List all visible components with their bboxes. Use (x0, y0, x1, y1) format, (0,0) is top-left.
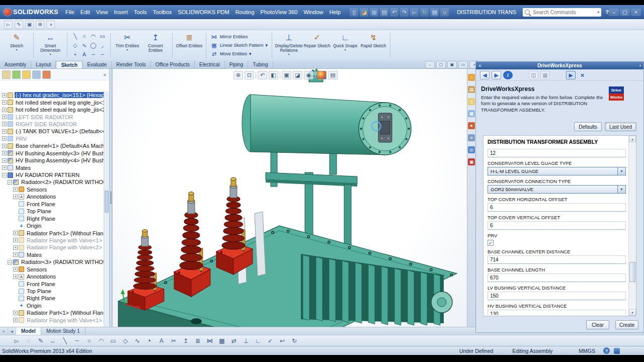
construction-line-icon[interactable]: ┄ (98, 50, 107, 59)
open-icon[interactable]: ◪ (360, 8, 368, 17)
arc-icon[interactable]: ◠ (97, 336, 106, 345)
circle-icon[interactable]: ○ (85, 336, 94, 345)
sketch-icon[interactable]: ✎ (36, 336, 45, 345)
tree-item-radiator-flange-with-valve-1-d[interactable]: +Radiator Flange with Valve<1> (D (1, 317, 104, 324)
display-delete-relations-button[interactable]: ⊥Display/Delete Relations▾ (275, 32, 303, 59)
conservator-tank[interactable] (242, 69, 411, 155)
input-hv-bushing-vertical-distance[interactable]: 130 (488, 310, 626, 315)
smart-dimension-icon[interactable]: ↔ (48, 336, 57, 345)
text-icon[interactable]: A (80, 50, 89, 59)
display-style-icon[interactable]: ◪ (293, 71, 302, 79)
tab-model[interactable]: Model (16, 327, 41, 335)
tree-item-mates[interactable]: +Mates (1, 164, 104, 171)
save-icon[interactable]: ▦ (370, 8, 378, 17)
hide-show-items-icon[interactable]: ◉ (304, 71, 313, 79)
doc-restore-button[interactable]: ▢ (436, 61, 446, 68)
quick-snaps-icon[interactable]: ∟ (254, 336, 263, 345)
quick-snaps-button[interactable]: ∟Quick Snaps▾ (331, 32, 359, 59)
doc-new-window-button[interactable]: ▣ (447, 61, 457, 68)
tab-motion-study-1[interactable]: Motion Study 1 (41, 327, 86, 335)
tab-scroll-left-icon[interactable]: ◂ (8, 327, 16, 335)
polygon-icon[interactable]: ◇ (121, 336, 130, 345)
expand-toggle-icon[interactable]: + (13, 275, 18, 279)
convert-entities-button[interactable]: ↥Convert Entities (141, 32, 170, 59)
graphics-viewport[interactable]: ⊕⊡↶◧▣◪◉▤ (110, 69, 467, 327)
close-button[interactable]: × (631, 9, 641, 16)
pin-icon[interactable]: ▪ (639, 63, 641, 68)
status-units[interactable]: MMGS (579, 348, 595, 354)
tree-item-mates[interactable]: +Mates (1, 251, 104, 258)
doc-minimize-button[interactable]: – (425, 61, 435, 68)
status-help-icon[interactable]: ? (603, 347, 610, 354)
tree-item-origin[interactable]: +Origin (1, 302, 104, 309)
tab-office-products[interactable]: Office Products (151, 61, 195, 68)
collapse-pane-icon[interactable]: « (478, 63, 481, 68)
view-palette-icon[interactable]: ▦ (468, 110, 475, 117)
tree-item-annotations[interactable]: +AAnnotations (1, 273, 104, 280)
view-orientation-icon[interactable]: ▣ (282, 71, 291, 79)
print-icon[interactable]: ▤ (380, 8, 388, 17)
section-view-icon[interactable]: ◧ (269, 71, 278, 79)
menu-edit[interactable]: Edit (77, 8, 93, 16)
tab-sketch[interactable]: Sketch (56, 61, 83, 68)
expand-toggle-icon[interactable]: + (13, 267, 18, 272)
trim-entities-button[interactable]: ✂Trim Entities▾ (113, 32, 141, 59)
arc-icon[interactable]: ◠ (89, 32, 98, 41)
menu-view[interactable]: View (93, 8, 111, 16)
tab-tubing[interactable]: Tubing (248, 61, 273, 68)
expand-toggle-icon[interactable]: + (2, 93, 7, 98)
menu-toolbox[interactable]: Toolbox (150, 8, 175, 16)
select-icon[interactable]: ▻ (410, 8, 419, 17)
zoom-area-icon[interactable]: ⊡ (245, 71, 254, 79)
tab-splitter-icon[interactable]: « (0, 327, 8, 335)
tree-item-radiator-2-radiator-without-fi[interactable]: −Radiator<2> (RADIATOR WITHOUT FI (1, 178, 104, 186)
tree-item-hot-rolled-steel-equal-leg-angle-jis-2[interactable]: +hot rolled steel equal leg angle_jis<2>… (1, 106, 104, 113)
rebuild-icon[interactable]: ↻ (420, 8, 429, 17)
tree-item-sensors[interactable]: +Sensors (1, 266, 104, 273)
undo-icon[interactable]: ↶ (390, 8, 398, 17)
run-button[interactable]: ▶ (566, 71, 576, 79)
options-icon[interactable]: ☼ (440, 8, 449, 17)
expand-toggle-icon[interactable]: − (2, 173, 7, 177)
file-properties-icon[interactable]: ▤ (430, 8, 439, 17)
expand-toggle-icon[interactable]: + (13, 238, 18, 242)
solidworks-resources-icon[interactable]: ⌂ (468, 74, 475, 81)
expand-toggle-icon[interactable]: + (2, 129, 7, 134)
expand-toggle-icon[interactable]: + (13, 245, 18, 250)
sketch-flyout-icon[interactable]: ✎ (15, 20, 23, 29)
sketch-button[interactable]: ✎Sketch▾ (3, 32, 31, 59)
tab-assembly[interactable]: Assembly (0, 61, 31, 68)
menu-photoview-360[interactable]: PhotoView 360 (258, 8, 301, 16)
create-button[interactable]: Create (615, 320, 638, 329)
search-input[interactable] (532, 9, 595, 16)
expand-toggle-icon[interactable]: + (2, 115, 7, 119)
scroll-down-icon[interactable]: ▼ (629, 309, 636, 316)
expand-toggle-icon[interactable]: + (13, 231, 18, 235)
tree-item-hv-radiator-pattern[interactable]: −HV RADIATOR PATTERN (1, 171, 104, 178)
expand-toggle-icon[interactable]: + (2, 165, 7, 170)
sketch-fillet-icon[interactable]: ◞ (98, 41, 107, 50)
zoom-fit-icon[interactable]: ⊕ (233, 71, 243, 79)
tree-item-right-plane[interactable]: Right Plane (1, 295, 104, 302)
tab-displaymanager[interactable] (42, 70, 51, 79)
tree-item-left-side-radiator[interactable]: +LEFT SIDE RADIATOR (1, 113, 104, 120)
scroll-thumb[interactable] (629, 262, 635, 282)
tree-item-tank-bot-valve-1-default-defa[interactable]: +(-) TANK BOT VALVE<1> (Default<<Defa (1, 128, 104, 135)
centerline-icon[interactable]: ╌ (89, 50, 98, 59)
scroll-thumb[interactable] (105, 191, 109, 213)
point-icon[interactable]: • (145, 336, 154, 345)
relations-icon[interactable]: ⊥ (242, 336, 251, 345)
file-explorer-icon[interactable]: ◫ (468, 98, 475, 105)
tree-item-origin[interactable]: +Origin (1, 222, 104, 229)
tree-item-annotations[interactable]: +AAnnotations (1, 193, 104, 200)
repair-icon[interactable]: ✓ (266, 336, 275, 345)
input-top-cover-horizontal-offset[interactable]: 6 (488, 203, 626, 212)
appearances-scenes-icon[interactable]: ● (468, 122, 475, 129)
move-icon[interactable]: ⇄ (229, 336, 238, 345)
menu-window[interactable]: Window (300, 8, 326, 16)
select-icon[interactable]: ▻ (12, 336, 21, 345)
transformer-tank[interactable] (118, 226, 457, 327)
status-tip-icon[interactable] (614, 348, 620, 354)
expand-tabs-icon[interactable]: » (103, 72, 109, 77)
expand-toggle-icon[interactable]: + (2, 122, 7, 126)
